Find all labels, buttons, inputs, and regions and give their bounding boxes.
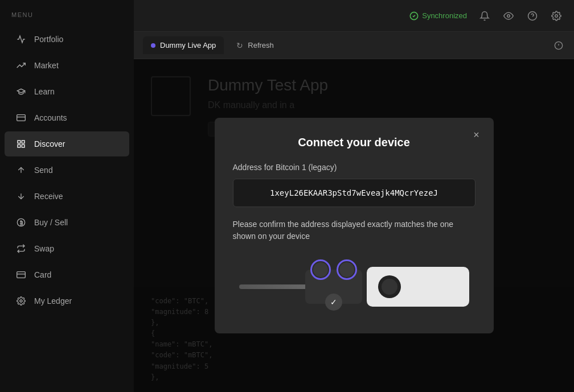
sync-check-icon: [409, 11, 419, 20]
sidebar-item-discover[interactable]: Discover: [5, 131, 129, 156]
sidebar-item-receive[interactable]: Receive: [5, 184, 129, 209]
topbar: Synchronized: [134, 0, 574, 32]
modal-close-button[interactable]: ×: [469, 127, 485, 143]
settings-alt-icon: [16, 296, 26, 306]
sidebar-item-send[interactable]: Send: [5, 158, 129, 183]
device-cable: [239, 284, 308, 289]
sidebar-item-portfolio-label: Portfolio: [34, 35, 63, 44]
modal-title: Connect your device: [233, 136, 475, 149]
graduation-icon: [16, 86, 26, 97]
modal-overlay: × Connect your device Address for Bitcoi…: [134, 59, 574, 392]
bell-icon[interactable]: [478, 10, 491, 22]
tab-refresh-label: Refresh: [248, 41, 274, 49]
sidebar-item-portfolio[interactable]: Portfolio: [5, 27, 129, 52]
sidebar-item-discover-label: Discover: [34, 139, 65, 148]
help-icon[interactable]: [526, 10, 539, 22]
sidebar-item-accounts-label: Accounts: [34, 113, 67, 122]
swap-icon: [16, 244, 26, 254]
device-nano-s: ✓: [305, 270, 362, 304]
credit-card-icon: [16, 270, 26, 280]
sync-label: Synchronized: [422, 11, 467, 20]
chart-up-icon: [16, 60, 26, 71]
connect-device-modal: × Connect your device Address for Bitcoi…: [215, 118, 494, 333]
sidebar-item-buy-sell-label: Buy / Sell: [34, 218, 68, 227]
svg-rect-3: [22, 145, 24, 147]
sidebar-item-swap[interactable]: Swap: [5, 236, 129, 261]
nano-btn-right: [337, 259, 357, 280]
svg-point-12: [507, 14, 510, 17]
device-illustration: ✓: [233, 258, 475, 315]
sidebar-item-my-ledger-label: My Ledger: [34, 296, 72, 306]
sidebar-item-my-ledger[interactable]: My Ledger: [5, 288, 129, 313]
svg-point-10: [20, 300, 22, 302]
modal-address-label: Address for Bitcoin 1 (legacy): [233, 163, 475, 172]
tab-info-icon[interactable]: [552, 39, 565, 52]
sidebar-item-swap-label: Swap: [34, 244, 54, 253]
refresh-icon: ↻: [236, 41, 243, 50]
device-nano-x: [367, 267, 469, 307]
svg-rect-1: [18, 141, 20, 143]
tab-dummy-live-app-label: Dummy Live App: [160, 41, 216, 49]
tab-dot: [151, 43, 155, 48]
eye-icon[interactable]: [502, 10, 515, 22]
sync-status: Synchronized: [409, 11, 467, 20]
svg-rect-2: [22, 141, 24, 143]
modal-confirm-text: Please confirm the address displayed exa…: [233, 218, 475, 242]
wallet-icon: [16, 113, 26, 123]
sidebar-item-send-label: Send: [34, 166, 53, 175]
svg-rect-4: [18, 145, 20, 147]
tabs-bar: Dummy Live App ↻ Refresh: [134, 32, 574, 59]
grid-icon: [16, 139, 26, 149]
nano-btn-right-inner: [339, 262, 354, 277]
arrow-down-icon: [16, 191, 26, 201]
tab-dummy-live-app[interactable]: Dummy Live App: [143, 36, 224, 54]
svg-point-15: [555, 14, 558, 17]
sidebar-item-accounts[interactable]: Accounts: [5, 105, 129, 130]
nano-x-inner: [382, 279, 397, 295]
sidebar-item-learn[interactable]: Learn: [5, 79, 129, 104]
sidebar-item-market[interactable]: Market: [5, 53, 129, 78]
menu-label: MENU: [0, 6, 134, 26]
sidebar-item-buy-sell[interactable]: Buy / Sell: [5, 210, 129, 235]
sidebar-item-card[interactable]: Card: [5, 262, 129, 287]
content-area: Dummy Test App DK manually and in a rans…: [134, 59, 574, 392]
modal-address-box: 1xeyL26EKAAR3pStd7wEveajk4MQcrYezeJ: [233, 179, 475, 207]
svg-rect-8: [17, 272, 26, 278]
sidebar-item-learn-label: Learn: [34, 87, 55, 96]
nano-checkmark: ✓: [325, 294, 342, 311]
nano-buttons: [310, 259, 357, 280]
sidebar-item-market-label: Market: [34, 61, 59, 70]
main-content: Synchronized: [134, 0, 574, 392]
chart-line-icon: [16, 34, 26, 44]
nano-x-circle: [378, 275, 401, 298]
svg-rect-0: [17, 115, 26, 121]
nano-btn-left: [310, 259, 331, 280]
nano-btn-left-inner: [313, 262, 328, 277]
sidebar-item-receive-label: Receive: [34, 192, 63, 201]
arrow-up-icon: [16, 165, 26, 175]
sidebar: MENU Portfolio Market Learn: [0, 0, 134, 392]
settings-icon[interactable]: [550, 10, 563, 22]
tab-refresh[interactable]: ↻ Refresh: [228, 36, 282, 55]
sidebar-item-card-label: Card: [34, 270, 51, 279]
dollar-icon: [16, 217, 26, 228]
